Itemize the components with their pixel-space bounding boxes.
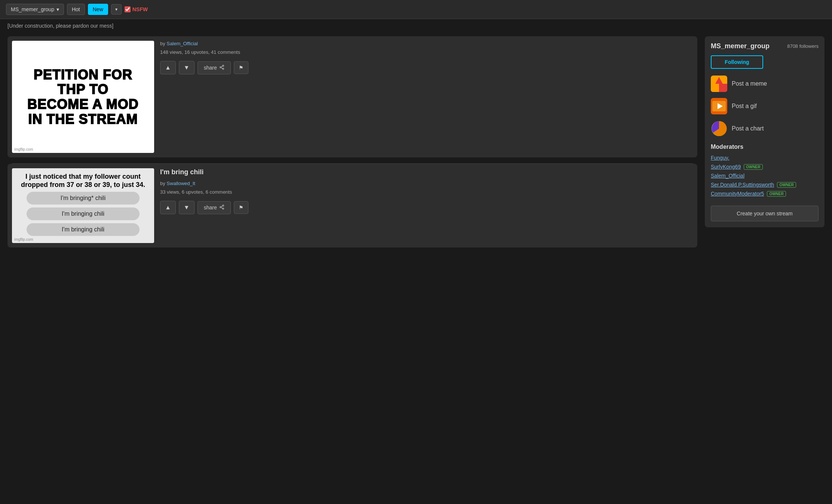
dropdown-arrow-icon: ▾ (56, 6, 59, 12)
notice-bar: [Under construction, please pardon our m… (0, 19, 832, 33)
chart-icon (711, 120, 727, 137)
top-bar: MS_memer_group ▾ Hot New ▾ NSFW (0, 0, 832, 19)
moderator-name-1[interactable]: SurlyKong69 (711, 164, 741, 170)
chili-meme-top-text: I just noticed that my follower count dr… (16, 173, 150, 189)
post-meme-item[interactable]: Post a meme (711, 75, 819, 93)
following-button[interactable]: Following (711, 55, 763, 69)
post-byline-2: by Swallowed_It (160, 181, 693, 186)
share-icon-1 (219, 65, 224, 71)
moderator-item-2: Salem_Official (711, 173, 819, 179)
svg-point-1 (220, 67, 221, 68)
svg-marker-13 (711, 84, 719, 92)
post-gif-item[interactable]: Post a gif (711, 97, 819, 115)
downvote-button-2[interactable]: ▼ (179, 201, 195, 214)
post-stats-2: 33 views, 6 upvotes, 6 comments (160, 189, 693, 195)
svg-line-8 (221, 207, 223, 208)
chili-option-2: I'm bringing chili (27, 208, 140, 220)
flag-button-1[interactable]: ⚑ (234, 61, 248, 74)
sidebar-followers: 8708 followers (787, 43, 819, 49)
nsfw-toggle[interactable]: NSFW (125, 6, 148, 12)
chili-option-3: I'm bringing chili (27, 223, 140, 236)
owner-badge-1: OWNER (744, 164, 762, 170)
post-actions-2: ▲ ▼ share ⚑ (160, 201, 693, 214)
post-image-area-2: I just noticed that my follower count dr… (7, 164, 697, 248)
nsfw-label-text: NSFW (132, 6, 148, 12)
post-meme-label: Post a meme (732, 80, 767, 87)
by-label-1: by (160, 41, 165, 46)
sort-new-button[interactable]: New (88, 4, 108, 15)
svg-marker-12 (719, 84, 727, 92)
post-actions-1: ▲ ▼ share ⚑ (160, 61, 693, 74)
svg-line-4 (221, 66, 223, 67)
post-card-2: I just noticed that my follower count dr… (7, 164, 697, 248)
post-type-list: Post a meme Post a gif (711, 75, 819, 138)
upvote-button-1[interactable]: ▲ (160, 61, 176, 74)
post-stats-1: 148 views, 16 upvotes, 41 comments (160, 49, 693, 55)
svg-line-3 (221, 67, 223, 68)
share-button-2[interactable]: share (198, 201, 231, 214)
moderator-name-3[interactable]: Ser.Donald.P.Suttingsworth (711, 182, 774, 188)
sidebar-card: MS_memer_group 8708 followers Following (705, 36, 825, 227)
imgflip-watermark-2: imgflip.com (14, 237, 33, 242)
upvote-button-2[interactable]: ▲ (160, 201, 176, 214)
svg-line-9 (221, 206, 223, 206)
post-byline-1: by Salem_Official (160, 41, 693, 46)
meme-icon (711, 76, 727, 92)
meme-text-line2: BECOME A MOD IN THE STREAM (19, 97, 147, 126)
nsfw-checkbox[interactable] (125, 6, 131, 12)
moderator-item-4: CommunityModerator5 OWNER (711, 191, 819, 197)
svg-point-0 (222, 65, 224, 67)
post-chart-label: Post a chart (732, 125, 764, 132)
svg-point-2 (222, 68, 224, 70)
notice-text: [Under construction, please pardon our m… (7, 23, 113, 29)
stream-dropdown[interactable]: MS_memer_group ▾ (6, 4, 64, 15)
owner-badge-4: OWNER (767, 191, 786, 197)
post-meta-2: I'm bring chili by Swallowed_It 33 views… (160, 168, 693, 214)
moderator-list: Funguy. SurlyKong69 OWNER Salem_Official… (711, 155, 819, 197)
post-image-area-1: PETITION FOR THP TO BECOME A MOD IN THE … (7, 36, 697, 157)
moderator-name-0[interactable]: Funguy. (711, 155, 729, 161)
sidebar-stream-name: MS_memer_group (711, 42, 770, 50)
imgflip-watermark-1: imgflip.com (14, 147, 33, 151)
post-meta-1: by Salem_Official 148 views, 16 upvotes,… (160, 41, 693, 74)
svg-point-7 (222, 208, 224, 209)
post-card-1: PETITION FOR THP TO BECOME A MOD IN THE … (7, 36, 697, 157)
moderator-item-3: Ser.Donald.P.Suttingsworth OWNER (711, 182, 819, 188)
post-author-1[interactable]: Salem_Official (166, 41, 198, 46)
moderator-name-4[interactable]: CommunityModerator5 (711, 191, 764, 197)
feed-column: PETITION FOR THP TO BECOME A MOD IN THE … (7, 36, 697, 253)
sort-hot-button[interactable]: Hot (67, 4, 85, 15)
flag-button-2[interactable]: ⚑ (234, 201, 248, 214)
share-label-1: share (204, 65, 217, 71)
sidebar-header: MS_memer_group 8708 followers (711, 42, 819, 50)
share-icon-2 (219, 205, 224, 211)
share-label-2: share (204, 205, 217, 210)
moderators-title: Moderators (711, 144, 819, 150)
svg-point-6 (220, 206, 221, 208)
stream-dropdown-label: MS_memer_group (11, 6, 54, 12)
post-image-1: PETITION FOR THP TO BECOME A MOD IN THE … (12, 41, 154, 153)
post-gif-label: Post a gif (732, 103, 757, 110)
post-author-2[interactable]: Swallowed_It (166, 181, 195, 186)
by-label-2: by (160, 181, 165, 186)
moderator-name-2[interactable]: Salem_Official (711, 173, 744, 179)
post-chart-item[interactable]: Post a chart (711, 120, 819, 138)
meme-text-line1: PETITION FOR THP TO (19, 67, 147, 97)
post-image-2: I just noticed that my follower count dr… (12, 168, 154, 243)
flag-icon-2: ⚑ (239, 205, 244, 210)
sidebar: MS_memer_group 8708 followers Following (705, 36, 825, 227)
moderator-item-0: Funguy. (711, 155, 819, 161)
gif-icon (711, 98, 727, 114)
share-button-1[interactable]: share (198, 61, 231, 74)
chili-meme: I just noticed that my follower count dr… (12, 168, 154, 243)
owner-badge-3: OWNER (777, 182, 796, 188)
chili-option-1: I'm bringing* chili (27, 192, 140, 205)
main-layout: PETITION FOR THP TO BECOME A MOD IN THE … (0, 33, 832, 257)
meme-image-1: PETITION FOR THP TO BECOME A MOD IN THE … (12, 41, 154, 153)
svg-point-5 (222, 205, 224, 206)
moderator-item-1: SurlyKong69 OWNER (711, 164, 819, 170)
downvote-button-1[interactable]: ▼ (179, 61, 195, 74)
create-stream-button[interactable]: Create your own stream (711, 206, 819, 221)
post-title-2: I'm bring chili (160, 168, 693, 176)
sort-arrow-button[interactable]: ▾ (111, 4, 122, 15)
